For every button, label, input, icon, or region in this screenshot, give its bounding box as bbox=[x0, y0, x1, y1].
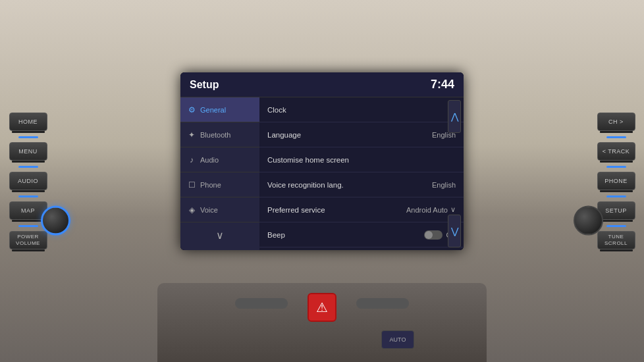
scroll-down-button[interactable]: ⋁ bbox=[448, 215, 461, 247]
nav-more-button[interactable]: ∨ bbox=[180, 225, 259, 246]
toggle-track bbox=[424, 230, 443, 240]
bluetooth-icon: ✦ bbox=[187, 130, 196, 140]
preferred-service-value: Android Auto bbox=[406, 206, 448, 214]
sidebar-item-audio[interactable]: ♪ Audio bbox=[180, 147, 259, 172]
dashboard: HOME MENU AUDIO MAP POWER VOLUME CH > < … bbox=[0, 0, 644, 362]
dropdown-chevron-icon: ∨ bbox=[450, 205, 456, 214]
setting-language-label: Language bbox=[267, 131, 432, 139]
preferred-service-dropdown[interactable]: Android Auto ∨ bbox=[406, 205, 456, 214]
setup-indicator bbox=[606, 225, 626, 227]
screen-container: Setup 7:44 ⚙ General ✦ Bluetooth ♪ bbox=[180, 72, 464, 250]
vent-right bbox=[356, 298, 409, 309]
bottom-dashboard: ⚠ AUTO bbox=[157, 283, 487, 362]
phone-button[interactable]: PHONE bbox=[597, 172, 635, 190]
clock-display: 7:44 bbox=[431, 78, 454, 91]
setting-beep-label: Beep bbox=[267, 231, 424, 239]
vent-left bbox=[235, 298, 288, 309]
auto-button[interactable]: AUTO bbox=[381, 330, 414, 349]
scroll-up-button[interactable]: ⋀ bbox=[448, 100, 461, 133]
hazard-button[interactable]: ⚠ bbox=[308, 293, 336, 322]
tune-scroll-button[interactable]: TUNE SCROLL bbox=[597, 231, 635, 249]
home-button[interactable]: HOME bbox=[9, 113, 47, 131]
setting-voice-lang[interactable]: Voice recognition lang. English bbox=[259, 172, 464, 197]
sidebar-item-phone[interactable]: ☐ Phone bbox=[180, 172, 259, 197]
toggle-thumb bbox=[425, 231, 433, 239]
sidebar-bluetooth-label: Bluetooth bbox=[200, 131, 230, 139]
setting-language[interactable]: Language English bbox=[259, 122, 464, 147]
phone-nav-icon: ☐ bbox=[187, 180, 196, 190]
audio-button[interactable]: AUDIO bbox=[9, 172, 47, 190]
setting-customise[interactable]: Customise home screen bbox=[259, 147, 464, 172]
sidebar-item-bluetooth[interactable]: ✦ Bluetooth bbox=[180, 122, 259, 147]
right-panel: CH > < TRACK PHONE SETUP TUNE SCROLL bbox=[588, 106, 644, 256]
nav-sidebar: ⚙ General ✦ Bluetooth ♪ Audio ☐ Phone bbox=[180, 97, 259, 250]
track-indicator bbox=[606, 166, 626, 168]
ch-indicator bbox=[606, 136, 626, 138]
left-knob[interactable] bbox=[41, 206, 70, 236]
setting-preferred-service[interactable]: Preferred service Android Auto ∨ bbox=[259, 197, 464, 222]
setting-preferred-service-label: Preferred service bbox=[267, 206, 406, 214]
content-area: ⚙ General ✦ Bluetooth ♪ Audio ☐ Phone bbox=[180, 97, 464, 250]
setting-beep[interactable]: Beep Off bbox=[259, 222, 464, 247]
power-volume-button[interactable]: POWER VOLUME bbox=[9, 231, 47, 249]
setting-voice-lang-label: Voice recognition lang. bbox=[267, 181, 432, 189]
settings-panel: ⋀ ⋁ Clock Language Eng bbox=[259, 97, 464, 250]
menu-indicator bbox=[18, 166, 38, 168]
setting-clock-label: Clock bbox=[267, 106, 456, 114]
sidebar-phone-label: Phone bbox=[200, 181, 221, 189]
page-title: Setup bbox=[190, 79, 219, 91]
setting-voice-lang-value: English bbox=[432, 181, 456, 189]
left-panel: HOME MENU AUDIO MAP POWER VOLUME bbox=[0, 106, 56, 256]
setting-clock[interactable]: Clock bbox=[259, 97, 464, 122]
audio-indicator bbox=[18, 195, 38, 197]
audio-nav-icon: ♪ bbox=[187, 155, 196, 165]
menu-button[interactable]: MENU bbox=[9, 142, 47, 161]
sidebar-audio-label: Audio bbox=[200, 156, 219, 164]
header-bar: Setup 7:44 bbox=[180, 72, 464, 97]
sidebar-voice-label: Voice bbox=[200, 206, 218, 214]
ch-button[interactable]: CH > bbox=[597, 113, 635, 131]
settings-list: Clock Language English Customise home sc… bbox=[259, 97, 464, 250]
sidebar-item-voice[interactable]: ◈ Voice bbox=[180, 197, 259, 222]
general-icon: ⚙ bbox=[187, 105, 196, 115]
home-indicator bbox=[18, 136, 38, 138]
map-indicator bbox=[18, 225, 38, 227]
voice-nav-icon: ◈ bbox=[187, 205, 196, 215]
hazard-icon: ⚠ bbox=[316, 299, 328, 315]
screen: Setup 7:44 ⚙ General ✦ Bluetooth ♪ bbox=[180, 72, 464, 250]
sidebar-general-label: General bbox=[200, 106, 226, 114]
phone-indicator bbox=[606, 195, 626, 197]
right-knob[interactable] bbox=[574, 206, 603, 236]
sidebar-item-general[interactable]: ⚙ General bbox=[180, 97, 259, 122]
track-button[interactable]: < TRACK bbox=[597, 142, 635, 161]
setting-customise-label: Customise home screen bbox=[267, 156, 456, 164]
